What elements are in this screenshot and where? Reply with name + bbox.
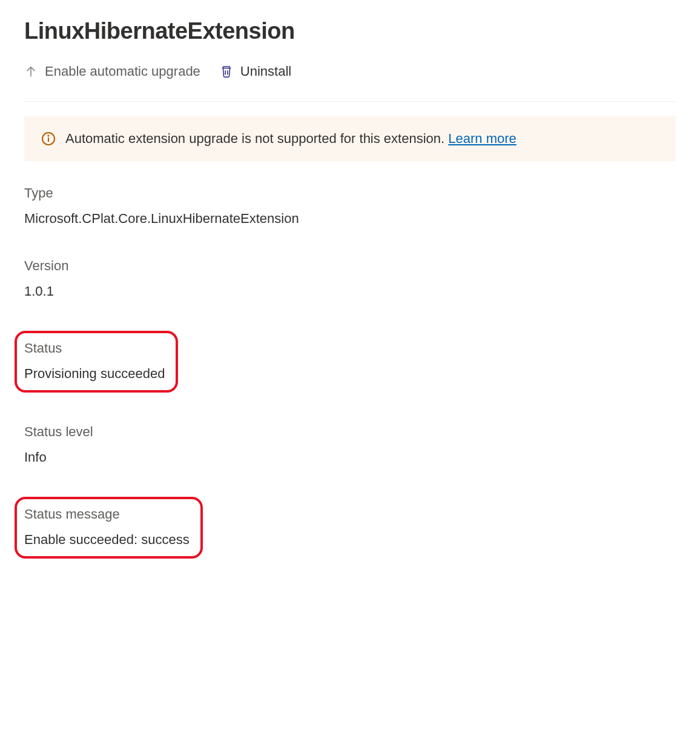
- info-icon: [41, 131, 56, 146]
- highlight-status: Status Provisioning succeeded: [15, 331, 178, 393]
- field-status-level-label: Status level: [24, 424, 676, 440]
- field-status-level-value: Info: [24, 450, 676, 465]
- field-version-label: Version: [24, 258, 676, 274]
- field-status-label: Status: [24, 340, 165, 356]
- field-type: Type Microsoft.CPlat.Core.LinuxHibernate…: [24, 185, 676, 227]
- svg-point-5: [48, 135, 48, 136]
- uninstall-button[interactable]: Uninstall: [220, 61, 291, 82]
- info-banner-message: Automatic extension upgrade is not suppo…: [65, 131, 448, 146]
- field-status-message-value: Enable succeeded: success: [24, 532, 190, 548]
- field-status-value: Provisioning succeeded: [24, 366, 165, 382]
- field-version: Version 1.0.1: [24, 258, 676, 299]
- trash-icon: [220, 65, 233, 78]
- field-status-message-label: Status message: [24, 506, 190, 522]
- field-type-value: Microsoft.CPlat.Core.LinuxHibernateExten…: [24, 211, 676, 227]
- field-status: Status Provisioning succeeded: [24, 340, 165, 382]
- field-status-message: Status message Enable succeeded: success: [24, 506, 190, 548]
- field-status-level: Status level Info: [24, 424, 676, 465]
- enable-auto-upgrade-button[interactable]: Enable automatic upgrade: [24, 61, 200, 82]
- toolbar: Enable automatic upgrade Uninstall: [24, 61, 676, 102]
- arrow-up-icon: [24, 65, 38, 78]
- info-banner: Automatic extension upgrade is not suppo…: [24, 116, 676, 161]
- page-title: LinuxHibernateExtension: [24, 18, 676, 44]
- uninstall-label: Uninstall: [240, 64, 291, 79]
- highlight-status-message: Status message Enable succeeded: success: [15, 497, 203, 559]
- learn-more-link[interactable]: Learn more: [448, 131, 517, 146]
- enable-auto-upgrade-label: Enable automatic upgrade: [45, 64, 200, 79]
- info-banner-text: Automatic extension upgrade is not suppo…: [65, 131, 517, 147]
- field-version-value: 1.0.1: [24, 284, 676, 299]
- field-type-label: Type: [24, 185, 676, 201]
